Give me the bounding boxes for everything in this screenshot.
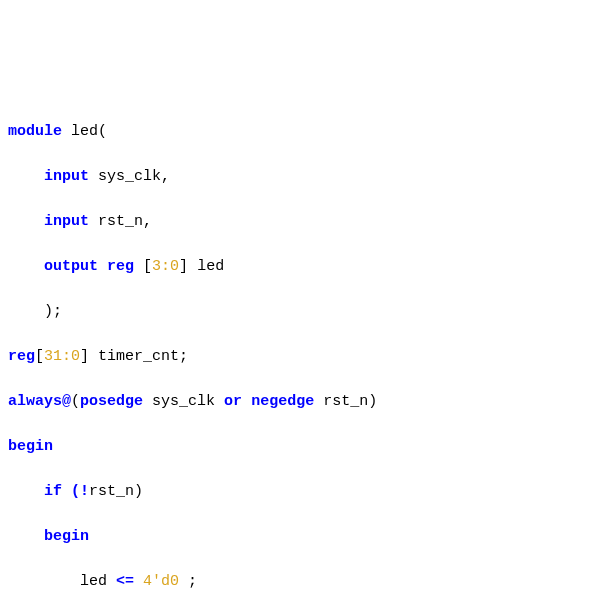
- code-line-7: always@(posedge sys_clk or negedge rst_n…: [8, 391, 603, 414]
- close-bracket: ]: [179, 258, 188, 275]
- close-bracket: ]: [80, 348, 89, 365]
- literal-value: 4'd0: [143, 573, 179, 590]
- keyword-negedge: negedge: [251, 393, 314, 410]
- keyword-begin: begin: [44, 528, 89, 545]
- open-bracket: [: [35, 348, 44, 365]
- code-line-9: if (!rst_n): [8, 481, 603, 504]
- keyword-output: output: [44, 258, 98, 275]
- keyword-always: always@: [8, 393, 71, 410]
- keyword-module: module: [8, 123, 62, 140]
- signal-rst-n: rst_n: [98, 213, 143, 230]
- open-bracket: [: [143, 258, 152, 275]
- signal-rst-n: rst_n: [89, 483, 134, 500]
- open-paren: (: [98, 123, 107, 140]
- semicolon: ;: [188, 573, 197, 590]
- verilog-code-block: module led( input sys_clk, input rst_n, …: [8, 98, 603, 597]
- signal-rst-n: rst_n: [323, 393, 368, 410]
- open-paren: (: [71, 393, 80, 410]
- nonblocking-assign: <=: [116, 573, 134, 590]
- signal-sys-clk: sys_clk: [152, 393, 215, 410]
- signal-sys-clk: sys_clk: [98, 168, 161, 185]
- code-line-1: module led(: [8, 121, 603, 144]
- keyword-input: input: [44, 168, 89, 185]
- code-line-10: begin: [8, 526, 603, 549]
- range-value: 31:0: [44, 348, 80, 365]
- keyword-begin: begin: [8, 438, 53, 455]
- keyword-reg: reg: [8, 348, 35, 365]
- comma: ,: [143, 213, 152, 230]
- signal-led: led: [197, 258, 224, 275]
- code-line-6: reg[31:0] timer_cnt;: [8, 346, 603, 369]
- code-line-11: led <= 4'd0 ;: [8, 571, 603, 594]
- code-line-8: begin: [8, 436, 603, 459]
- open-paren: (!: [71, 483, 89, 500]
- range-value: 3:0: [152, 258, 179, 275]
- module-name: led: [71, 123, 98, 140]
- signal-timer-cnt: timer_cnt: [98, 348, 179, 365]
- code-line-4: output reg [3:0] led: [8, 256, 603, 279]
- keyword-posedge: posedge: [80, 393, 143, 410]
- comma: ,: [161, 168, 170, 185]
- keyword-or: or: [224, 393, 242, 410]
- code-line-3: input rst_n,: [8, 211, 603, 234]
- keyword-input: input: [44, 213, 89, 230]
- semicolon: ;: [53, 303, 62, 320]
- signal-led: led: [80, 573, 107, 590]
- code-line-2: input sys_clk,: [8, 166, 603, 189]
- close-paren: ): [368, 393, 377, 410]
- code-line-5: );: [8, 301, 603, 324]
- keyword-if: if: [44, 483, 62, 500]
- semicolon: ;: [179, 348, 188, 365]
- keyword-reg: reg: [107, 258, 134, 275]
- close-paren: ): [134, 483, 143, 500]
- close-paren: ): [44, 303, 53, 320]
